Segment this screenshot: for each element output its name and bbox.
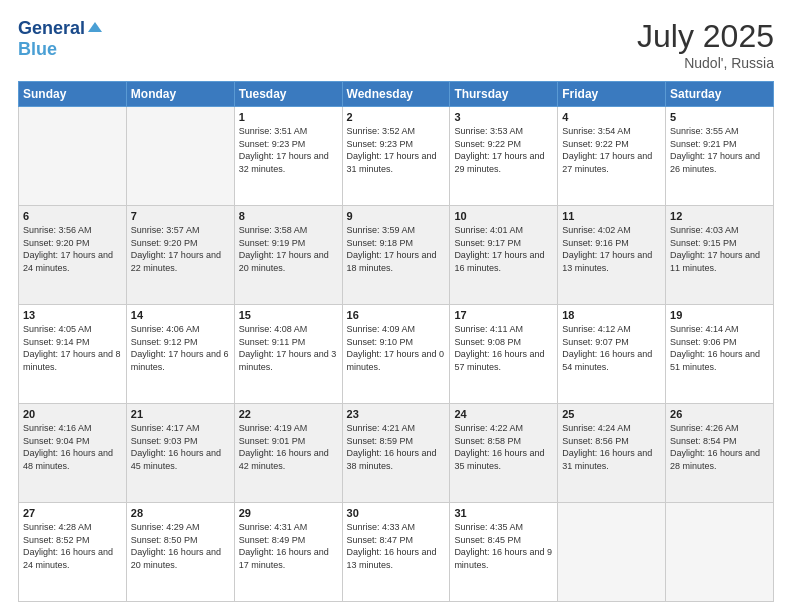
day-info: Sunrise: 4:26 AMSunset: 8:54 PMDaylight:… <box>670 422 769 472</box>
day-number: 8 <box>239 210 338 222</box>
calendar-day-cell: 9 Sunrise: 3:59 AMSunset: 9:18 PMDayligh… <box>342 206 450 305</box>
day-info: Sunrise: 4:22 AMSunset: 8:58 PMDaylight:… <box>454 422 553 472</box>
calendar-week-row: 1 Sunrise: 3:51 AMSunset: 9:23 PMDayligh… <box>19 107 774 206</box>
day-number: 15 <box>239 309 338 321</box>
day-number: 2 <box>347 111 446 123</box>
calendar-day-header: Sunday <box>19 82 127 107</box>
calendar-day-cell: 15 Sunrise: 4:08 AMSunset: 9:11 PMDaylig… <box>234 305 342 404</box>
day-number: 9 <box>347 210 446 222</box>
calendar-day-cell: 27 Sunrise: 4:28 AMSunset: 8:52 PMDaylig… <box>19 503 127 602</box>
calendar-day-header: Saturday <box>666 82 774 107</box>
day-number: 25 <box>562 408 661 420</box>
day-number: 20 <box>23 408 122 420</box>
day-number: 3 <box>454 111 553 123</box>
day-info: Sunrise: 4:01 AMSunset: 9:17 PMDaylight:… <box>454 224 553 274</box>
calendar-day-header: Monday <box>126 82 234 107</box>
day-number: 17 <box>454 309 553 321</box>
calendar-day-cell: 4 Sunrise: 3:54 AMSunset: 9:22 PMDayligh… <box>558 107 666 206</box>
day-info: Sunrise: 4:06 AMSunset: 9:12 PMDaylight:… <box>131 323 230 373</box>
day-number: 27 <box>23 507 122 519</box>
calendar-day-cell: 19 Sunrise: 4:14 AMSunset: 9:06 PMDaylig… <box>666 305 774 404</box>
day-info: Sunrise: 4:03 AMSunset: 9:15 PMDaylight:… <box>670 224 769 274</box>
header: General Blue July 2025 Nudol', Russia <box>18 18 774 71</box>
day-info: Sunrise: 3:58 AMSunset: 9:19 PMDaylight:… <box>239 224 338 274</box>
day-info: Sunrise: 4:14 AMSunset: 9:06 PMDaylight:… <box>670 323 769 373</box>
calendar-header-row: SundayMondayTuesdayWednesdayThursdayFrid… <box>19 82 774 107</box>
calendar-day-cell: 21 Sunrise: 4:17 AMSunset: 9:03 PMDaylig… <box>126 404 234 503</box>
day-number: 29 <box>239 507 338 519</box>
day-number: 24 <box>454 408 553 420</box>
day-number: 28 <box>131 507 230 519</box>
day-info: Sunrise: 4:02 AMSunset: 9:16 PMDaylight:… <box>562 224 661 274</box>
day-number: 11 <box>562 210 661 222</box>
calendar-day-header: Thursday <box>450 82 558 107</box>
calendar-day-cell: 26 Sunrise: 4:26 AMSunset: 8:54 PMDaylig… <box>666 404 774 503</box>
calendar-day-header: Wednesday <box>342 82 450 107</box>
day-info: Sunrise: 4:08 AMSunset: 9:11 PMDaylight:… <box>239 323 338 373</box>
calendar-day-cell: 20 Sunrise: 4:16 AMSunset: 9:04 PMDaylig… <box>19 404 127 503</box>
day-number: 14 <box>131 309 230 321</box>
day-info: Sunrise: 3:59 AMSunset: 9:18 PMDaylight:… <box>347 224 446 274</box>
location-title: Nudol', Russia <box>637 55 774 71</box>
day-number: 18 <box>562 309 661 321</box>
day-info: Sunrise: 4:16 AMSunset: 9:04 PMDaylight:… <box>23 422 122 472</box>
calendar-day-cell: 13 Sunrise: 4:05 AMSunset: 9:14 PMDaylig… <box>19 305 127 404</box>
logo: General Blue <box>18 18 102 59</box>
day-number: 12 <box>670 210 769 222</box>
calendar-day-cell: 28 Sunrise: 4:29 AMSunset: 8:50 PMDaylig… <box>126 503 234 602</box>
day-info: Sunrise: 3:53 AMSunset: 9:22 PMDaylight:… <box>454 125 553 175</box>
day-info: Sunrise: 3:55 AMSunset: 9:21 PMDaylight:… <box>670 125 769 175</box>
day-info: Sunrise: 3:51 AMSunset: 9:23 PMDaylight:… <box>239 125 338 175</box>
calendar-day-cell: 14 Sunrise: 4:06 AMSunset: 9:12 PMDaylig… <box>126 305 234 404</box>
day-number: 30 <box>347 507 446 519</box>
calendar-day-cell: 12 Sunrise: 4:03 AMSunset: 9:15 PMDaylig… <box>666 206 774 305</box>
day-info: Sunrise: 4:21 AMSunset: 8:59 PMDaylight:… <box>347 422 446 472</box>
calendar-day-cell: 30 Sunrise: 4:33 AMSunset: 8:47 PMDaylig… <box>342 503 450 602</box>
day-info: Sunrise: 4:17 AMSunset: 9:03 PMDaylight:… <box>131 422 230 472</box>
day-number: 31 <box>454 507 553 519</box>
calendar-day-cell: 22 Sunrise: 4:19 AMSunset: 9:01 PMDaylig… <box>234 404 342 503</box>
calendar-day-cell <box>666 503 774 602</box>
calendar-day-cell <box>558 503 666 602</box>
day-info: Sunrise: 4:19 AMSunset: 9:01 PMDaylight:… <box>239 422 338 472</box>
calendar-day-cell: 31 Sunrise: 4:35 AMSunset: 8:45 PMDaylig… <box>450 503 558 602</box>
calendar-table: SundayMondayTuesdayWednesdayThursdayFrid… <box>18 81 774 602</box>
calendar-day-cell: 3 Sunrise: 3:53 AMSunset: 9:22 PMDayligh… <box>450 107 558 206</box>
calendar-week-row: 20 Sunrise: 4:16 AMSunset: 9:04 PMDaylig… <box>19 404 774 503</box>
day-number: 10 <box>454 210 553 222</box>
day-info: Sunrise: 4:31 AMSunset: 8:49 PMDaylight:… <box>239 521 338 571</box>
day-number: 19 <box>670 309 769 321</box>
calendar-day-cell: 18 Sunrise: 4:12 AMSunset: 9:07 PMDaylig… <box>558 305 666 404</box>
calendar-day-cell: 24 Sunrise: 4:22 AMSunset: 8:58 PMDaylig… <box>450 404 558 503</box>
day-info: Sunrise: 3:52 AMSunset: 9:23 PMDaylight:… <box>347 125 446 175</box>
day-number: 7 <box>131 210 230 222</box>
calendar-day-cell: 2 Sunrise: 3:52 AMSunset: 9:23 PMDayligh… <box>342 107 450 206</box>
calendar-day-cell: 23 Sunrise: 4:21 AMSunset: 8:59 PMDaylig… <box>342 404 450 503</box>
day-info: Sunrise: 4:11 AMSunset: 9:08 PMDaylight:… <box>454 323 553 373</box>
calendar-day-cell: 16 Sunrise: 4:09 AMSunset: 9:10 PMDaylig… <box>342 305 450 404</box>
month-year-title: July 2025 <box>637 18 774 55</box>
title-block: July 2025 Nudol', Russia <box>637 18 774 71</box>
day-number: 1 <box>239 111 338 123</box>
calendar-day-cell: 10 Sunrise: 4:01 AMSunset: 9:17 PMDaylig… <box>450 206 558 305</box>
day-number: 4 <box>562 111 661 123</box>
day-info: Sunrise: 3:54 AMSunset: 9:22 PMDaylight:… <box>562 125 661 175</box>
calendar-day-cell: 7 Sunrise: 3:57 AMSunset: 9:20 PMDayligh… <box>126 206 234 305</box>
day-info: Sunrise: 4:29 AMSunset: 8:50 PMDaylight:… <box>131 521 230 571</box>
calendar-day-header: Tuesday <box>234 82 342 107</box>
day-info: Sunrise: 3:56 AMSunset: 9:20 PMDaylight:… <box>23 224 122 274</box>
calendar-day-header: Friday <box>558 82 666 107</box>
day-number: 6 <box>23 210 122 222</box>
day-number: 21 <box>131 408 230 420</box>
page: General Blue July 2025 Nudol', Russia Su… <box>0 0 792 612</box>
day-number: 26 <box>670 408 769 420</box>
calendar-week-row: 6 Sunrise: 3:56 AMSunset: 9:20 PMDayligh… <box>19 206 774 305</box>
calendar-day-cell: 29 Sunrise: 4:31 AMSunset: 8:49 PMDaylig… <box>234 503 342 602</box>
day-info: Sunrise: 4:24 AMSunset: 8:56 PMDaylight:… <box>562 422 661 472</box>
day-info: Sunrise: 4:28 AMSunset: 8:52 PMDaylight:… <box>23 521 122 571</box>
day-number: 22 <box>239 408 338 420</box>
day-number: 13 <box>23 309 122 321</box>
calendar-week-row: 13 Sunrise: 4:05 AMSunset: 9:14 PMDaylig… <box>19 305 774 404</box>
calendar-day-cell: 6 Sunrise: 3:56 AMSunset: 9:20 PMDayligh… <box>19 206 127 305</box>
day-info: Sunrise: 4:33 AMSunset: 8:47 PMDaylight:… <box>347 521 446 571</box>
